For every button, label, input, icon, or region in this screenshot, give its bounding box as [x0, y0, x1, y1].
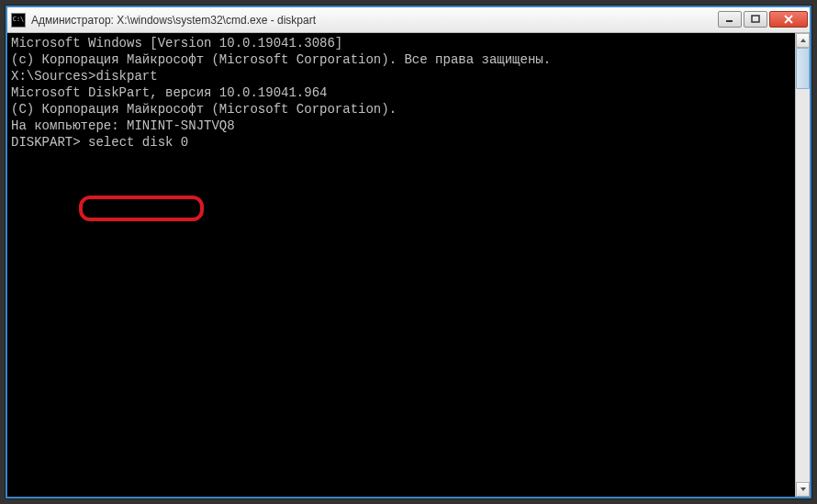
prompt-label: DISKPART>: [11, 135, 81, 150]
vertical-scrollbar[interactable]: [795, 33, 810, 497]
output-line: Microsoft DiskPart, версия 10.0.19041.96…: [11, 84, 791, 101]
close-button[interactable]: [769, 11, 808, 28]
window-title: Администратор: X:\windows\system32\cmd.e…: [31, 14, 718, 27]
scroll-track[interactable]: [796, 48, 810, 482]
annotation-highlight: [79, 196, 204, 221]
scroll-thumb[interactable]: [796, 48, 810, 89]
cmd-window: C:\ Администратор: X:\windows\system32\c…: [6, 6, 811, 498]
svg-rect-1: [752, 16, 759, 22]
cmd-icon: C:\: [11, 13, 26, 28]
terminal-output[interactable]: Microsoft Windows [Version 10.0.19041.30…: [7, 33, 795, 497]
output-line: Microsoft Windows [Version 10.0.19041.30…: [11, 35, 791, 51]
maximize-button[interactable]: [744, 11, 767, 28]
output-line: На компьютере: MININT-SNJTVQ8: [11, 118, 791, 134]
scroll-down-button[interactable]: [796, 482, 810, 497]
window-controls: [718, 11, 808, 29]
output-line: X:\Sources>diskpart: [11, 68, 791, 84]
typed-command: select disk 0: [81, 135, 189, 150]
client-area: Microsoft Windows [Version 10.0.19041.30…: [7, 33, 810, 497]
output-line: (c) Корпорация Майкрософт (Microsoft Cor…: [11, 51, 791, 68]
prompt-line: DISKPART> select disk 0: [11, 134, 791, 151]
output-line: (C) Корпорация Майкрософт (Microsoft Cor…: [11, 101, 791, 118]
minimize-button[interactable]: [718, 11, 742, 28]
titlebar[interactable]: C:\ Администратор: X:\windows\system32\c…: [7, 7, 810, 33]
scroll-up-button[interactable]: [796, 33, 810, 48]
